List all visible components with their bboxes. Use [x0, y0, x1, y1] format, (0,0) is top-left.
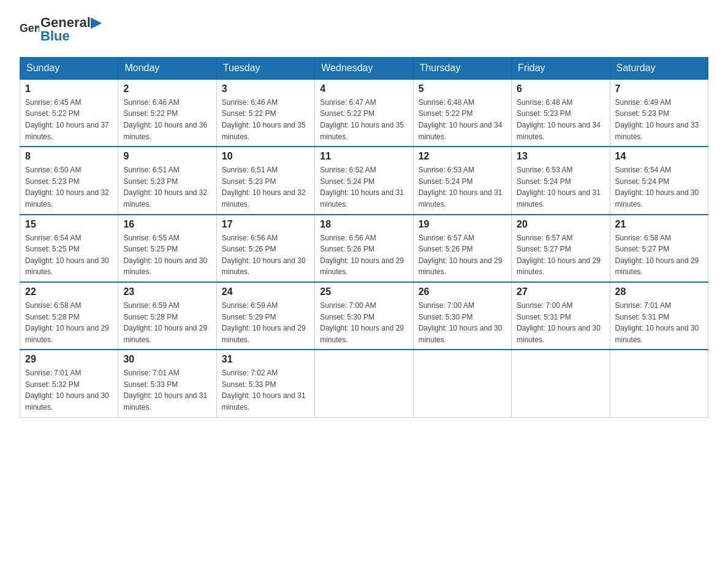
day-number: 14: [615, 151, 703, 162]
calendar-cell: 3Sunrise: 6:46 AMSunset: 5:22 PMDaylight…: [216, 79, 314, 147]
calendar-cell: 13Sunrise: 6:53 AMSunset: 5:24 PMDayligh…: [512, 147, 610, 214]
day-info: Sunrise: 6:58 AMSunset: 5:27 PMDaylight:…: [615, 232, 703, 278]
day-info: Sunrise: 6:53 AMSunset: 5:24 PMDaylight:…: [419, 164, 506, 210]
day-number: 17: [222, 219, 309, 230]
day-info: Sunrise: 7:01 AMSunset: 5:31 PMDaylight:…: [615, 300, 703, 345]
col-sunday: Sunday: [20, 57, 118, 79]
day-number: 23: [123, 286, 211, 297]
day-info: Sunrise: 6:54 AMSunset: 5:25 PMDaylight:…: [25, 232, 113, 278]
calendar-cell: 14Sunrise: 6:54 AMSunset: 5:24 PMDayligh…: [610, 147, 708, 214]
day-number: 29: [25, 354, 113, 365]
calendar-cell: 21Sunrise: 6:58 AMSunset: 5:27 PMDayligh…: [610, 215, 708, 282]
day-number: 2: [123, 83, 211, 94]
day-info: Sunrise: 6:56 AMSunset: 5:26 PMDaylight:…: [222, 232, 309, 278]
calendar-cell: 9Sunrise: 6:51 AMSunset: 5:23 PMDaylight…: [118, 147, 216, 214]
day-number: 18: [320, 219, 408, 230]
day-info: Sunrise: 6:58 AMSunset: 5:28 PMDaylight:…: [25, 300, 113, 345]
day-info: Sunrise: 7:01 AMSunset: 5:33 PMDaylight:…: [123, 367, 211, 413]
calendar-table: Sunday Monday Tuesday Wednesday Thursday…: [20, 57, 708, 418]
calendar-cell: 26Sunrise: 7:00 AMSunset: 5:30 PMDayligh…: [413, 282, 511, 350]
day-number: 10: [222, 151, 309, 162]
logo-icon: General: [20, 21, 39, 38]
day-number: 20: [517, 219, 604, 230]
day-info: Sunrise: 6:53 AMSunset: 5:24 PMDaylight:…: [517, 164, 604, 210]
day-info: Sunrise: 6:45 AMSunset: 5:22 PMDaylight:…: [25, 97, 113, 142]
day-number: 30: [123, 354, 211, 365]
calendar-cell: [315, 350, 413, 417]
day-number: 26: [419, 286, 506, 297]
calendar-week-row: 1Sunrise: 6:45 AMSunset: 5:22 PMDaylight…: [20, 79, 708, 147]
day-number: 9: [123, 151, 211, 162]
calendar-cell: [610, 350, 708, 417]
day-number: 28: [615, 286, 703, 297]
calendar-cell: 16Sunrise: 6:55 AMSunset: 5:25 PMDayligh…: [118, 215, 216, 282]
day-info: Sunrise: 6:46 AMSunset: 5:22 PMDaylight:…: [222, 97, 309, 142]
calendar-cell: 30Sunrise: 7:01 AMSunset: 5:33 PMDayligh…: [118, 350, 216, 417]
day-number: 11: [320, 151, 408, 162]
calendar-cell: 2Sunrise: 6:46 AMSunset: 5:22 PMDaylight…: [118, 79, 216, 147]
header: General General▶ Blue: [20, 15, 708, 45]
day-info: Sunrise: 6:54 AMSunset: 5:24 PMDaylight:…: [615, 164, 703, 210]
day-info: Sunrise: 6:51 AMSunset: 5:23 PMDaylight:…: [222, 164, 309, 210]
calendar-cell: 22Sunrise: 6:58 AMSunset: 5:28 PMDayligh…: [20, 282, 118, 350]
calendar-cell: [512, 350, 610, 417]
col-tuesday: Tuesday: [216, 57, 314, 79]
day-info: Sunrise: 6:57 AMSunset: 5:27 PMDaylight:…: [517, 232, 604, 278]
calendar-cell: 18Sunrise: 6:56 AMSunset: 5:26 PMDayligh…: [315, 215, 413, 282]
day-number: 4: [320, 83, 408, 94]
calendar-cell: 10Sunrise: 6:51 AMSunset: 5:23 PMDayligh…: [216, 147, 314, 214]
calendar-cell: 19Sunrise: 6:57 AMSunset: 5:26 PMDayligh…: [413, 215, 511, 282]
calendar-cell: 23Sunrise: 6:59 AMSunset: 5:28 PMDayligh…: [118, 282, 216, 350]
calendar-week-row: 22Sunrise: 6:58 AMSunset: 5:28 PMDayligh…: [20, 282, 708, 350]
day-info: Sunrise: 7:00 AMSunset: 5:30 PMDaylight:…: [320, 300, 408, 345]
calendar-cell: 24Sunrise: 6:59 AMSunset: 5:29 PMDayligh…: [216, 282, 314, 350]
day-number: 21: [615, 219, 703, 230]
svg-text:General: General: [20, 23, 39, 35]
day-number: 13: [517, 151, 604, 162]
day-info: Sunrise: 6:56 AMSunset: 5:26 PMDaylight:…: [320, 232, 408, 278]
calendar-cell: 4Sunrise: 6:47 AMSunset: 5:22 PMDaylight…: [315, 79, 413, 147]
day-info: Sunrise: 6:50 AMSunset: 5:23 PMDaylight:…: [25, 164, 113, 210]
logo: General General▶ Blue: [20, 15, 101, 45]
calendar-cell: 6Sunrise: 6:48 AMSunset: 5:23 PMDaylight…: [512, 79, 610, 147]
day-number: 7: [615, 83, 703, 94]
calendar-cell: 7Sunrise: 6:49 AMSunset: 5:23 PMDaylight…: [610, 79, 708, 147]
logo-blue: Blue: [40, 28, 101, 44]
col-saturday: Saturday: [610, 57, 708, 79]
calendar-cell: 17Sunrise: 6:56 AMSunset: 5:26 PMDayligh…: [216, 215, 314, 282]
day-info: Sunrise: 7:01 AMSunset: 5:32 PMDaylight:…: [25, 367, 113, 413]
day-number: 3: [222, 83, 309, 94]
day-info: Sunrise: 6:51 AMSunset: 5:23 PMDaylight:…: [123, 164, 211, 210]
calendar-header-row: Sunday Monday Tuesday Wednesday Thursday…: [20, 57, 708, 79]
calendar-week-row: 15Sunrise: 6:54 AMSunset: 5:25 PMDayligh…: [20, 215, 708, 282]
day-info: Sunrise: 6:55 AMSunset: 5:25 PMDaylight:…: [123, 232, 211, 278]
day-number: 6: [517, 83, 604, 94]
calendar-cell: [413, 350, 511, 417]
day-number: 24: [222, 286, 309, 297]
calendar-cell: 11Sunrise: 6:52 AMSunset: 5:24 PMDayligh…: [315, 147, 413, 214]
calendar-cell: 12Sunrise: 6:53 AMSunset: 5:24 PMDayligh…: [413, 147, 511, 214]
day-number: 22: [25, 286, 113, 297]
calendar-cell: 8Sunrise: 6:50 AMSunset: 5:23 PMDaylight…: [20, 147, 118, 214]
day-number: 19: [419, 219, 506, 230]
calendar-week-row: 29Sunrise: 7:01 AMSunset: 5:32 PMDayligh…: [20, 350, 708, 417]
day-number: 15: [25, 219, 113, 230]
day-info: Sunrise: 6:47 AMSunset: 5:22 PMDaylight:…: [320, 97, 408, 142]
day-number: 1: [25, 83, 113, 94]
day-info: Sunrise: 6:49 AMSunset: 5:23 PMDaylight:…: [615, 97, 703, 142]
day-number: 27: [517, 286, 604, 297]
calendar-cell: 25Sunrise: 7:00 AMSunset: 5:30 PMDayligh…: [315, 282, 413, 350]
day-number: 8: [25, 151, 113, 162]
day-info: Sunrise: 6:52 AMSunset: 5:24 PMDaylight:…: [320, 164, 408, 210]
day-number: 25: [320, 286, 408, 297]
calendar-cell: 31Sunrise: 7:02 AMSunset: 5:33 PMDayligh…: [216, 350, 314, 417]
calendar-cell: 29Sunrise: 7:01 AMSunset: 5:32 PMDayligh…: [20, 350, 118, 417]
day-number: 5: [419, 83, 506, 94]
day-info: Sunrise: 7:00 AMSunset: 5:30 PMDaylight:…: [419, 300, 506, 345]
calendar-cell: 1Sunrise: 6:45 AMSunset: 5:22 PMDaylight…: [20, 79, 118, 147]
col-friday: Friday: [512, 57, 610, 79]
day-number: 12: [419, 151, 506, 162]
calendar-cell: 5Sunrise: 6:48 AMSunset: 5:22 PMDaylight…: [413, 79, 511, 147]
col-thursday: Thursday: [413, 57, 511, 79]
calendar-cell: 20Sunrise: 6:57 AMSunset: 5:27 PMDayligh…: [512, 215, 610, 282]
